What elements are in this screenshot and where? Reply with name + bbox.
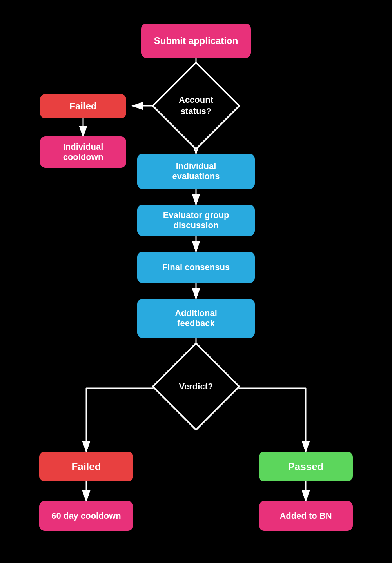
evaluator-group-box: Evaluator group discussion (137, 205, 255, 236)
additional-feedback-box: Additional feedback (137, 299, 255, 338)
failed-top-box: Failed (40, 94, 126, 118)
flowchart: Submit application Account status? Faile… (20, 12, 372, 561)
submit-application-box: Submit application (141, 24, 251, 58)
final-consensus-box: Final consensus (137, 252, 255, 283)
individual-evaluations-box: Individual evaluations (137, 154, 255, 189)
individual-cooldown-box: Individual cooldown (40, 136, 126, 168)
failed-bottom-box: Failed (39, 452, 133, 481)
sixty-day-cooldown-box: 60 day cooldown (39, 501, 133, 531)
account-status-diamond: Account status? (165, 74, 227, 137)
verdict-diamond: Verdict? (165, 355, 227, 418)
passed-box: Passed (259, 452, 353, 481)
verdict-label: Verdict? (179, 381, 213, 392)
added-to-bn-box: Added to BN (259, 501, 353, 531)
account-status-label: Account status? (179, 94, 213, 117)
